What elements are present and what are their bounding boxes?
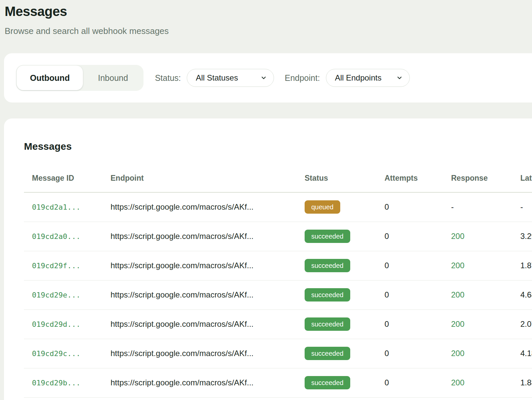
response-code: 200 [443,251,512,280]
attempts-value: 0 [377,251,443,280]
response-code: 200 [443,280,512,309]
latency-value: 4.18 [512,339,532,368]
endpoint-select-value: All Endpoints [335,73,382,83]
attempts-value: 0 [377,339,443,368]
latency-value: - [512,192,532,222]
messages-table: Message ID Endpoint Status Attempts Resp… [24,166,532,398]
endpoint-url: https://script.google.com/macros/s/AKf..… [103,192,297,222]
latency-value: 1.87 [512,251,532,280]
latency-value: 4.68 [512,280,532,309]
tab-outbound[interactable]: Outbound [17,66,83,90]
column-header-message-id: Message ID [24,166,103,192]
endpoint-url: https://script.google.com/macros/s/AKf..… [103,251,297,280]
column-header-attempts: Attempts [377,166,443,192]
column-header-status: Status [297,166,377,192]
latency-value: 3.29 [512,222,532,251]
attempts-value: 0 [377,309,443,339]
endpoint-url: https://script.google.com/macros/s/AKf..… [103,309,297,339]
direction-toggle: Outbound Inbound [16,65,143,91]
column-header-latency: Latency [512,166,532,192]
status-badge: succeeded [305,317,350,331]
endpoint-label: Endpoint: [285,73,320,83]
table-row[interactable]: 019cd2a1... https://script.google.com/ma… [24,192,532,222]
endpoint-url: https://script.google.com/macros/s/AKf..… [103,368,297,397]
endpoint-url: https://script.google.com/macros/s/AKf..… [103,339,297,368]
page: Messages Browse and search all webhook m… [0,0,532,400]
latency-value: 2.07 [512,309,532,339]
status-badge: queued [305,200,340,214]
message-id-link[interactable]: 019cd29c... [32,349,81,358]
attempts-value: 0 [377,368,443,397]
message-id-link[interactable]: 019cd29b... [32,379,81,387]
status-select-value: All Statuses [196,73,238,83]
attempts-value: 0 [377,222,443,251]
message-id-link[interactable]: 019cd29d... [32,320,81,328]
table-row[interactable]: 019cd29c... https://script.google.com/ma… [24,339,532,368]
chevron-down-icon [260,75,267,81]
table-row[interactable]: 019cd2a0... https://script.google.com/ma… [24,222,532,251]
tab-inbound[interactable]: Inbound [83,66,143,90]
status-label: Status: [155,73,181,83]
table-body: 019cd2a1... https://script.google.com/ma… [24,192,532,397]
table-row[interactable]: 019cd29f... https://script.google.com/ma… [24,251,532,280]
table-row[interactable]: 019cd29d... https://script.google.com/ma… [24,309,532,339]
endpoint-url: https://script.google.com/macros/s/AKf..… [103,280,297,309]
page-subtitle: Browse and search all webhook messages [5,26,532,36]
column-header-endpoint: Endpoint [103,166,297,192]
status-badge: succeeded [305,347,350,360]
endpoint-url: https://script.google.com/macros/s/AKf..… [103,222,297,251]
status-badge: succeeded [305,376,350,389]
response-code: - [443,192,512,222]
chevron-down-icon [396,75,403,81]
message-id-link[interactable]: 019cd29e... [32,291,81,299]
page-title: Messages [5,3,532,19]
table-row[interactable]: 019cd29e... https://script.google.com/ma… [24,280,532,309]
filter-bar: Outbound Inbound Status: All Statuses En… [4,53,532,102]
endpoint-select[interactable]: All Endpoints [326,69,410,87]
latency-value: 1.88 [512,368,532,397]
table-row[interactable]: 019cd29b... https://script.google.com/ma… [24,368,532,397]
response-code: 200 [443,368,512,397]
messages-card-title: Messages [24,140,532,152]
status-badge: succeeded [305,259,350,272]
response-code: 200 [443,222,512,251]
response-code: 200 [443,309,512,339]
attempts-value: 0 [377,280,443,309]
response-code: 200 [443,339,512,368]
message-id-link[interactable]: 019cd2a1... [32,203,81,211]
attempts-value: 0 [377,192,443,222]
messages-card: Messages Message ID Endpoint Status Atte… [4,118,532,400]
message-id-link[interactable]: 019cd29f... [32,262,81,270]
status-badge: succeeded [305,230,350,243]
column-header-response: Response [443,166,512,192]
status-select[interactable]: All Statuses [187,69,274,87]
table-header-row: Message ID Endpoint Status Attempts Resp… [24,166,532,192]
status-badge: succeeded [305,288,350,301]
message-id-link[interactable]: 019cd2a0... [32,232,81,241]
